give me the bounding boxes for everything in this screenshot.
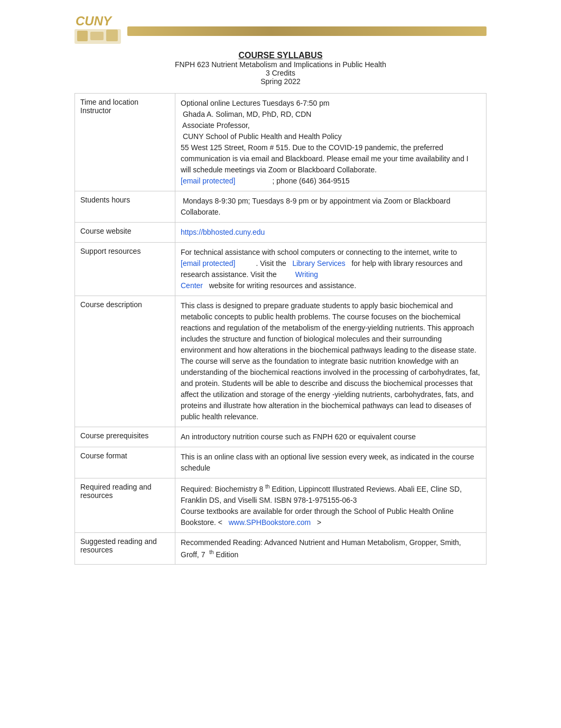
- svg-rect-4: [106, 30, 118, 41]
- table-row-students-hours: Students hours Mondays 8-9:30 pm; Tuesda…: [75, 191, 487, 223]
- semester: Spring 2022: [74, 77, 487, 86]
- label-students-hours: Students hours: [75, 191, 175, 223]
- value-suggested-reading: Recommended Reading: Advanced Nutrient a…: [175, 532, 487, 565]
- svg-rect-2: [77, 31, 88, 41]
- instructor-phone: ; phone (646) 364-9515: [237, 177, 349, 185]
- label-course-prerequisites: Course prerequisites: [75, 427, 175, 447]
- label-suggested-reading: Suggested reading and resources: [75, 532, 175, 565]
- label-required-reading: Required reading and resources: [75, 478, 175, 533]
- table-row-suggested-reading: Suggested reading and resources Recommen…: [75, 532, 487, 565]
- value-course-description: This class is designed to prepare gradua…: [175, 296, 487, 427]
- value-students-hours: Mondays 8-9:30 pm; Tuesdays 8-9 pm or by…: [175, 191, 487, 223]
- value-course-format: This is an online class with an optional…: [175, 447, 487, 478]
- label-course-format: Course format: [75, 447, 175, 478]
- label-course-website: Course website: [75, 223, 175, 243]
- course-website-link[interactable]: https://bbhosted.cuny.edu: [181, 228, 265, 236]
- course-name: FNPH 623 Nutrient Metabolism and Implica…: [74, 60, 487, 69]
- cuny-logo-text: CUNY: [74, 11, 122, 48]
- value-time-instructor: Optional online Lectures Tuesdays 6-7:50…: [175, 94, 487, 191]
- label-support-resources: Support resources: [75, 243, 175, 296]
- table-row-required-reading: Required reading and resources Required:…: [75, 478, 487, 533]
- writing-center-link2[interactable]: Center: [181, 281, 203, 290]
- logo-box: CUNY: [74, 11, 122, 48]
- header-banner-container: [127, 11, 487, 36]
- course-syllabus-title: COURSE SYLLABUS: [74, 51, 487, 60]
- label-time-instructor: Time and locationInstructor: [75, 94, 175, 191]
- info-table: Time and locationInstructor Optional onl…: [74, 93, 487, 565]
- instructor-email-link[interactable]: [email protected]: [181, 177, 236, 185]
- credits: 3 Credits: [74, 69, 487, 77]
- course-title-section: COURSE SYLLABUS FNPH 623 Nutrient Metabo…: [74, 51, 487, 86]
- table-row-course-format: Course format This is an online class wi…: [75, 447, 487, 478]
- sph-bookstore-link[interactable]: www.SPHBookstore.com: [229, 518, 311, 527]
- table-row-course-website: Course website https://bbhosted.cuny.edu: [75, 223, 487, 243]
- value-required-reading: Required: Biochemistry 8 th Edition, Lip…: [175, 478, 487, 533]
- label-course-description: Course description: [75, 296, 175, 427]
- table-row-course-prerequisites: Course prerequisites An introductory nut…: [75, 427, 487, 447]
- support-email-link[interactable]: [email protected]: [181, 259, 236, 268]
- value-course-website: https://bbhosted.cuny.edu: [175, 223, 487, 243]
- table-row-time-instructor: Time and locationInstructor Optional onl…: [75, 94, 487, 191]
- svg-rect-3: [90, 32, 104, 40]
- table-row-course-description: Course description This class is designe…: [75, 296, 487, 427]
- writing-center-link[interactable]: Writing: [295, 270, 318, 279]
- svg-text:CUNY: CUNY: [76, 14, 113, 28]
- page-wrapper: CUNY COURSE SYLLABUS FNPH 623 Nutrient M…: [64, 0, 497, 586]
- library-services-link[interactable]: Library Services: [292, 259, 345, 268]
- value-course-prerequisites: An introductory nutrition course such as…: [175, 427, 487, 447]
- table-row-support-resources: Support resources For technical assistan…: [75, 243, 487, 296]
- value-support-resources: For technical assistance with school com…: [175, 243, 487, 296]
- header-logo-area: CUNY: [74, 11, 487, 48]
- header-banner: [127, 26, 487, 36]
